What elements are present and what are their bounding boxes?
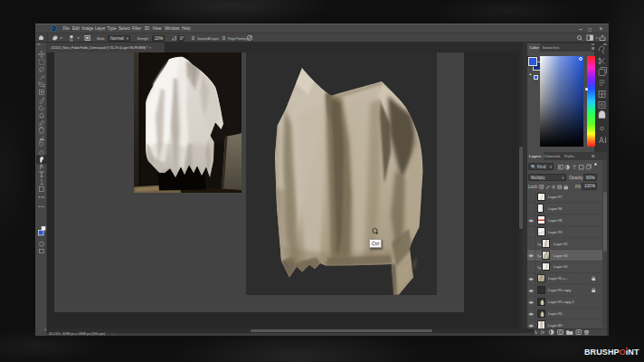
svg-text:fx: fx — [541, 329, 545, 335]
